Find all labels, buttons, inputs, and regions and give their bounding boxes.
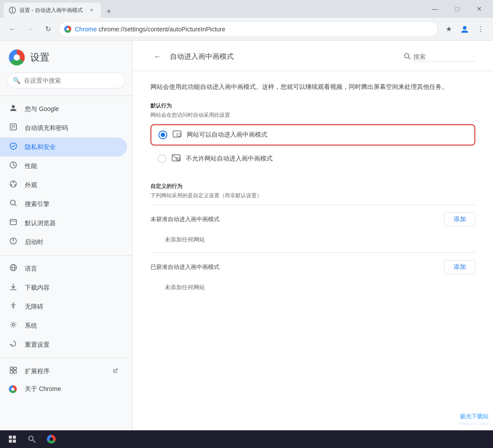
sidebar-item-google[interactable]: 您与 Google — [0, 100, 127, 119]
svg-rect-33 — [14, 367, 16, 370]
new-tab-button[interactable]: + — [103, 5, 115, 18]
chrome-logo — [9, 50, 25, 65]
svg-rect-2 — [12, 10, 13, 12]
sidebar-item-label: 启动时 — [25, 238, 118, 246]
sidebar-item-search[interactable]: 搜索引擎 — [0, 195, 127, 214]
reload-button[interactable]: ↻ — [41, 22, 55, 36]
deny-pip-option[interactable]: 不允许网站自动进入画中画模式 — [150, 149, 475, 168]
maximize-button[interactable]: □ — [447, 2, 467, 16]
allow-pip-radio[interactable] — [158, 130, 167, 139]
taskbar-start[interactable] — [4, 432, 21, 447]
not-allowed-row: 未获准自动进入画中画模式 添加 — [150, 205, 475, 232]
extensions-icon — [9, 366, 18, 376]
allowed-row: 已获准自动进入画中画模式 添加 — [150, 253, 475, 280]
search-icon: 🔍 — [13, 77, 20, 84]
custom-behavior-heading: 自定义的行为 — [150, 183, 475, 190]
taskbar-search[interactable] — [23, 432, 41, 447]
tab-title: 设置 - 自动进入画中画模式 — [19, 7, 88, 14]
sidebar-item-downloads[interactable]: 下载内容 — [0, 278, 127, 297]
minimize-button[interactable]: — — [425, 2, 445, 16]
watermark-line1: 极光下载站 — [459, 413, 489, 421]
address-url: chrome://settings/content/autoPictureInP… — [99, 26, 225, 33]
sidebar-item-label: 搜索引擎 — [25, 200, 118, 208]
menu-button[interactable]: ⋮ — [474, 22, 488, 36]
tab-close-btn[interactable]: × — [88, 6, 96, 14]
tab-favicon — [9, 7, 16, 14]
sidebar-item-language[interactable]: 语言 — [0, 259, 127, 278]
not-allowed-add-button[interactable]: 添加 — [444, 212, 475, 226]
sidebar-item-accessibility[interactable]: 无障碍 — [0, 297, 127, 316]
watermark-line2: www.xz7.com — [459, 421, 489, 426]
active-tab[interactable]: 设置 - 自动进入画中画模式 × — [4, 3, 101, 18]
accessibility-icon — [9, 302, 18, 312]
close-button[interactable]: ✕ — [469, 2, 489, 16]
nav-actions: ★ ⋮ — [442, 22, 488, 36]
sidebar-item-label: 您与 Google — [25, 105, 118, 113]
svg-line-36 — [115, 369, 117, 371]
sidebar-item-performance[interactable]: 性能 — [0, 157, 127, 176]
profile-button[interactable] — [458, 22, 472, 36]
system-icon — [9, 321, 18, 331]
svg-point-12 — [15, 184, 16, 186]
deny-pip-radio[interactable] — [158, 154, 166, 163]
allowed-label: 已获准自动进入画中画模式 — [150, 263, 220, 271]
browser-content: 设置 🔍 您与 Google 自动填充和密码 隐私和安全 — [0, 41, 493, 448]
sidebar-item-autofill[interactable]: 自动填充和密码 — [0, 119, 127, 138]
allowed-add-button[interactable]: 添加 — [444, 260, 475, 274]
svg-rect-44 — [9, 436, 12, 439]
language-icon — [9, 264, 18, 274]
sidebar-title: 设置 — [30, 51, 50, 64]
sidebar-item-label: 扩展程序 — [25, 368, 106, 375]
taskbar-chrome[interactable] — [42, 432, 60, 447]
sidebar-item-startup[interactable]: 启动时 — [0, 233, 127, 252]
sidebar-divider-3 — [0, 358, 132, 358]
svg-rect-32 — [10, 367, 13, 370]
allow-pip-option[interactable]: 网站可以自动进入画中画模式 — [150, 124, 475, 146]
forward-button[interactable]: → — [23, 22, 37, 36]
page-header-left: ← 自动进入画中画模式 — [150, 50, 234, 64]
custom-section: 自定义的行为 下列网站采用的是自定义设置（而非默认设置） 未获准自动进入画中画模… — [150, 183, 475, 295]
sidebar-item-extensions[interactable]: 扩展程序 — [0, 362, 127, 381]
site-icon — [64, 26, 71, 33]
sidebar-search-input[interactable] — [24, 77, 119, 84]
svg-point-11 — [13, 182, 14, 183]
not-allowed-empty-label: 未添加任何网站 — [158, 233, 212, 246]
allowed-empty-label: 未添加任何网站 — [158, 280, 212, 294]
tab-strip: 设置 - 自动进入画中画模式 × + — [4, 0, 425, 18]
sidebar-item-appearance[interactable]: 外观 — [0, 176, 127, 195]
sidebar-item-default-browser[interactable]: 默认浏览器 — [0, 214, 127, 233]
download-icon — [9, 283, 18, 293]
content-body: 网站会使用此功能自动进入画中画模式。这样，您就可以继续观看视频，同时腾出屏幕空间… — [133, 71, 493, 306]
svg-point-4 — [12, 105, 15, 108]
sidebar-item-privacy[interactable]: 隐私和安全 — [0, 138, 127, 157]
sidebar-item-label: 外观 — [25, 181, 118, 189]
sidebar-search[interactable]: 🔍 — [7, 73, 125, 88]
bookmark-button[interactable]: ★ — [442, 22, 456, 36]
sidebar-item-reset[interactable]: 重置设置 — [0, 335, 127, 354]
sidebar-divider — [0, 96, 132, 96]
svg-point-37 — [404, 54, 409, 58]
sidebar-item-about[interactable]: 关于 Chrome — [0, 381, 127, 398]
about-chrome-icon — [9, 385, 18, 393]
page-search-input[interactable] — [413, 52, 475, 61]
content-back-button[interactable]: ← — [150, 50, 165, 64]
address-bar[interactable]: Chrome chrome://settings/content/autoPic… — [58, 21, 438, 37]
sidebar-item-label: 隐私和安全 — [25, 143, 118, 151]
back-button[interactable]: ← — [5, 22, 19, 36]
reset-icon — [9, 340, 18, 350]
sidebar-item-label: 语言 — [25, 265, 118, 273]
watermark: 极光下载站 www.xz7.com — [459, 413, 489, 426]
pip-blocked-icon — [172, 154, 181, 163]
svg-rect-35 — [14, 371, 16, 373]
sidebar-item-label: 无障碍 — [25, 303, 118, 311]
sidebar-item-label: 默认浏览器 — [25, 219, 118, 227]
not-allowed-label: 未获准自动进入画中画模式 — [150, 215, 220, 223]
svg-rect-40 — [177, 134, 181, 136]
allow-pip-label: 网站可以自动进入画中画模式 — [187, 131, 267, 139]
sidebar-header: 设置 — [0, 41, 132, 73]
page-search — [404, 52, 475, 61]
svg-rect-16 — [10, 219, 16, 225]
default-browser-icon — [9, 218, 18, 228]
sidebar-item-system[interactable]: 系统 — [0, 316, 127, 335]
svg-point-26 — [13, 302, 14, 304]
